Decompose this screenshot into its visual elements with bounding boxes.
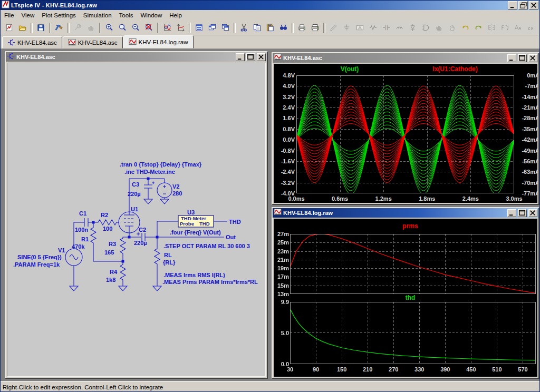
- r2-value[interactable]: 100: [103, 226, 112, 232]
- plot-settings-button[interactable]: [174, 21, 187, 34]
- zoom-full-button[interactable]: [142, 21, 156, 34]
- schematic-window-titlebar[interactable]: KHV-EL84.asc: [6, 52, 267, 62]
- spice-directive-param[interactable]: .PARAM Freq=1k: [13, 261, 60, 268]
- spice-directive-meas2[interactable]: .MEAS Prms PARAM Irms*Irms*RL: [162, 279, 258, 285]
- thd-curve[interactable]: [290, 302, 536, 364]
- print-preview-button[interactable]: [295, 21, 308, 34]
- print-button[interactable]: [308, 21, 322, 34]
- paste-button[interactable]: [264, 21, 277, 34]
- spice-directive-tran[interactable]: .tran 0 {Tstop} {Delay} {Tmax}: [120, 161, 202, 168]
- menu-simulation[interactable]: Simulation: [80, 11, 115, 19]
- open-button[interactable]: [16, 21, 29, 34]
- minimize-button[interactable]: [236, 53, 245, 61]
- redo-button[interactable]: [472, 21, 485, 34]
- net-label-out[interactable]: Out: [226, 234, 236, 240]
- new-schematic-button[interactable]: [3, 21, 16, 34]
- ground-button: [340, 21, 353, 34]
- r3-value[interactable]: 165: [104, 249, 114, 256]
- restore-button[interactable]: [518, 1, 528, 9]
- legend-thd[interactable]: thd: [358, 294, 463, 301]
- r1-ref[interactable]: R1: [81, 236, 89, 242]
- toolbar-separator: [157, 23, 159, 33]
- r3-ref[interactable]: R3: [109, 241, 116, 247]
- menu-help[interactable]: Help: [166, 11, 186, 19]
- zoom-area-button[interactable]: [116, 21, 129, 34]
- minimize-button[interactable]: [508, 1, 517, 9]
- close-button[interactable]: [528, 209, 537, 217]
- schematic-canvas[interactable]: .tran 0 {Tstop} {Delay} {Tmax} .inc THD-…: [7, 63, 266, 377]
- menu-view[interactable]: View: [18, 11, 38, 19]
- autorange-y-button[interactable]: [161, 21, 174, 34]
- r4-ref[interactable]: R4: [110, 269, 118, 275]
- v2-ref[interactable]: V2: [172, 183, 179, 190]
- minimize-button[interactable]: [507, 54, 516, 62]
- log-plot-area[interactable]: prms thd 27m25m23m21m19m17m15m13m9.95.00…: [274, 219, 537, 377]
- waveform-window-transient[interactable]: KHV-EL84.asc V(out) Ix(U1:Cathode) 4.8V4…: [272, 52, 539, 205]
- transient-plot-area[interactable]: V(out) Ix(U1:Cathode) 4.8V4.0V3.2V2.4V1.…: [274, 64, 537, 203]
- tab-khv-el84.asc[interactable]: KHV-EL84.asc: [2, 36, 62, 48]
- u3-pin-thd[interactable]: THD: [199, 221, 210, 227]
- spice-directive-step[interactable]: .STEP OCT PARAM RL 30 600 3: [163, 243, 250, 249]
- c3-value[interactable]: 220µ: [128, 191, 141, 197]
- title-bar[interactable]: LTspice IV - KHV-EL84.log.raw: [1, 1, 539, 10]
- close-button[interactable]: [257, 53, 266, 61]
- prms-y-tick: 17m: [275, 273, 289, 280]
- v1-value[interactable]: SINE(0 5 {Freq}): [17, 254, 62, 260]
- close-button[interactable]: [529, 1, 538, 9]
- v1-ref[interactable]: V1: [58, 247, 65, 253]
- c1-value[interactable]: 100n: [75, 227, 88, 233]
- spice-directive-inc[interactable]: .inc THD-Meter.inc: [124, 169, 175, 175]
- r2-ref[interactable]: R2: [101, 212, 108, 218]
- u3-ref[interactable]: U3: [187, 209, 195, 215]
- tile-vertical-button[interactable]: [219, 21, 232, 34]
- copy-button[interactable]: [250, 21, 264, 34]
- legend-vout[interactable]: V(out): [318, 65, 381, 73]
- waveform-window-log[interactable]: KHV-EL84.log.raw prms thd 27m25m23m21m19…: [272, 207, 539, 379]
- maximize-button[interactable]: [246, 53, 255, 61]
- waveform-window-titlebar[interactable]: KHV-EL84.log.raw: [273, 208, 538, 218]
- save-button[interactable]: [34, 21, 47, 34]
- menu-file[interactable]: File: [1, 11, 18, 19]
- maximize-button[interactable]: [518, 209, 527, 217]
- cascade-button[interactable]: [206, 21, 219, 34]
- menu-window[interactable]: Window: [137, 11, 166, 19]
- tile-horizontal-button[interactable]: [192, 21, 206, 34]
- u3-pin-probe[interactable]: Probe: [180, 221, 194, 227]
- tab-khv-el84.log.raw[interactable]: KHV-EL84.log.raw: [123, 35, 194, 48]
- toolbar-separator: [189, 23, 191, 33]
- minimize-button[interactable]: [507, 209, 516, 217]
- spice-directive-meas1[interactable]: .MEAS Irms RMS I(RL): [163, 272, 225, 278]
- r1-value[interactable]: 470k: [72, 243, 85, 250]
- find-button[interactable]: [277, 21, 290, 34]
- legend-prms[interactable]: prms: [358, 222, 463, 230]
- menu-plot-settings[interactable]: Plot Settings: [38, 11, 80, 19]
- prms-y-tick: 25m: [275, 239, 289, 246]
- schematic-window[interactable]: KHV-EL84.asc .tran 0 {Tstop} {Delay} {Tm…: [5, 51, 268, 379]
- u1-ref[interactable]: U1: [131, 206, 138, 212]
- cut-button[interactable]: [237, 21, 250, 34]
- close-button[interactable]: [528, 54, 537, 62]
- net-label-thd[interactable]: THD: [229, 219, 241, 225]
- menu-tools[interactable]: Tools: [115, 11, 137, 19]
- transient-traces[interactable]: [296, 75, 514, 193]
- zoom-in-button[interactable]: [103, 21, 116, 34]
- c2-value[interactable]: 220µ: [134, 240, 147, 246]
- c3-ref[interactable]: C3: [132, 181, 139, 188]
- tab-khv-el84.asc[interactable]: KHV-EL84.asc: [63, 36, 123, 48]
- spice-directive-four[interactable]: .four {Freq} V(Out): [170, 229, 221, 236]
- schematic-drawing: .tran 0 {Tstop} {Delay} {Tmax} .inc THD-…: [7, 63, 266, 377]
- undo-button[interactable]: [459, 21, 472, 34]
- waveform-icon: [274, 208, 282, 218]
- waveform-window-titlebar[interactable]: KHV-EL84.asc: [273, 53, 538, 63]
- c2-ref[interactable]: C2: [139, 227, 146, 233]
- v2-value[interactable]: 280: [172, 190, 182, 197]
- control-panel-button[interactable]: [53, 21, 66, 34]
- prms-curve[interactable]: [290, 234, 536, 294]
- legend-cathode-current[interactable]: Ix(U1:Cathode): [413, 65, 497, 73]
- maximize-button[interactable]: [518, 54, 527, 62]
- rl-value[interactable]: {RL}: [163, 259, 176, 266]
- c1-ref[interactable]: C1: [79, 210, 86, 217]
- r4-value[interactable]: 1k8: [106, 277, 115, 283]
- zoom-out-button[interactable]: [129, 21, 142, 34]
- rl-ref[interactable]: RL: [164, 252, 172, 258]
